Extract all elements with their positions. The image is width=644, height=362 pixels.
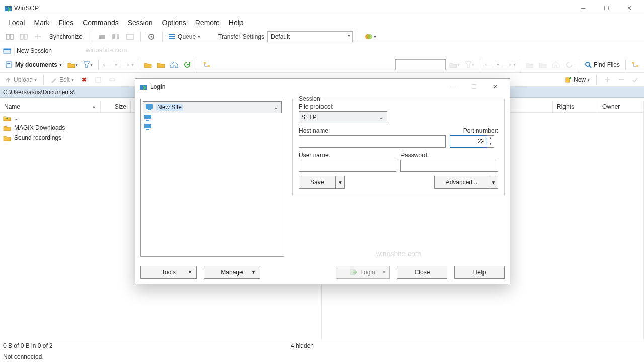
- queue-button[interactable]: Queue ▾: [168, 33, 200, 40]
- login-button[interactable]: Login: [336, 266, 390, 279]
- remote-forward-icon[interactable]: ⟶: [501, 61, 511, 69]
- password-input[interactable]: [400, 160, 498, 172]
- port-label: Port number:: [450, 127, 498, 134]
- port-input[interactable]: [450, 135, 487, 148]
- remote-open-folder-icon[interactable]: ▾: [448, 59, 461, 70]
- back-icon[interactable]: ⟵: [103, 61, 113, 69]
- delete-icon[interactable]: ✖: [78, 74, 90, 85]
- preferences-icon[interactable]: [146, 31, 157, 42]
- sync-both-icon[interactable]: [18, 31, 29, 42]
- svg-rect-32: [148, 109, 151, 110]
- remote-tree-icon[interactable]: [630, 59, 641, 70]
- maximize-icon[interactable]: ☐: [595, 1, 618, 16]
- filter-icon[interactable]: ▾: [82, 59, 94, 70]
- remote-drive-selector[interactable]: [395, 59, 446, 70]
- menu-help[interactable]: Help: [226, 18, 247, 28]
- sync-left-icon[interactable]: [4, 31, 15, 42]
- host-label: Host name:: [299, 127, 446, 134]
- local-drive-selector[interactable]: My documents ▾: [3, 59, 64, 70]
- statusbar-bottom: Not connected.: [0, 351, 644, 362]
- svg-rect-34: [146, 120, 149, 121]
- user-input[interactable]: [299, 160, 396, 172]
- file-protocol-select[interactable]: SFTP: [299, 111, 387, 123]
- close-button[interactable]: Close: [397, 266, 447, 279]
- find-files-button[interactable]: Find Files: [583, 59, 621, 70]
- col-size[interactable]: Size: [101, 101, 131, 112]
- save-dropdown-icon[interactable]: ▼: [335, 176, 344, 188]
- help-button[interactable]: Help: [454, 266, 505, 279]
- new-icon: [565, 76, 572, 83]
- transfer-settings-select[interactable]: Default: [267, 31, 353, 42]
- tools-button[interactable]: Tools: [140, 266, 197, 279]
- tree-site-1[interactable]: [143, 113, 282, 122]
- advanced-dropdown-icon[interactable]: ▼: [489, 176, 498, 188]
- compare-icon[interactable]: [110, 31, 121, 42]
- remote-back-icon[interactable]: ⟵: [485, 61, 495, 69]
- remote-root-icon[interactable]: [537, 59, 548, 70]
- menu-options[interactable]: Options: [159, 18, 189, 28]
- open-folder-icon[interactable]: ▾: [66, 59, 79, 70]
- remote-home-icon[interactable]: [550, 59, 561, 70]
- menu-local[interactable]: Local: [5, 18, 28, 28]
- find-icon: [585, 61, 592, 68]
- dialog-minimize-icon[interactable]: ─: [442, 80, 463, 94]
- rename-icon[interactable]: [107, 74, 118, 85]
- svg-rect-9: [126, 34, 133, 39]
- advanced-button[interactable]: Advanced... ▼: [434, 176, 498, 189]
- session-groupbox: Session File protocol: SFTP Host name: P…: [292, 99, 505, 196]
- svg-rect-4: [20, 34, 23, 39]
- dialog-title-text: Login: [150, 83, 165, 90]
- file-name: Sound recordings: [14, 134, 61, 141]
- host-input[interactable]: [299, 135, 446, 148]
- upload-button[interactable]: Upload ▾: [3, 74, 38, 85]
- remote-refresh-icon[interactable]: [564, 59, 575, 70]
- port-spinner[interactable]: ▲▼: [487, 135, 494, 148]
- plus-icon[interactable]: [602, 74, 613, 85]
- check-icon[interactable]: [630, 74, 641, 85]
- menu-remote[interactable]: Remote: [192, 18, 223, 28]
- edit-button[interactable]: Edit ▾: [49, 74, 75, 85]
- col-owner[interactable]: Owner: [598, 101, 643, 112]
- tree-site-2[interactable]: [143, 122, 282, 131]
- login-label: Login: [360, 269, 375, 276]
- site-tree[interactable]: New Site: [140, 99, 284, 257]
- save-button[interactable]: Save ▼: [299, 176, 345, 189]
- dialog-maximize-icon[interactable]: ☐: [463, 80, 485, 94]
- session-tab-new[interactable]: New Session: [14, 46, 57, 55]
- user-label: User name:: [299, 152, 396, 159]
- properties-icon[interactable]: [93, 74, 104, 85]
- remote-parent-icon[interactable]: [524, 59, 535, 70]
- remote-filter-icon[interactable]: ▾: [463, 59, 476, 70]
- menu-commands[interactable]: Commands: [79, 18, 122, 28]
- menu-session[interactable]: Session: [125, 18, 156, 28]
- minimize-icon[interactable]: ─: [572, 1, 595, 16]
- session-color-icon[interactable]: ▾: [363, 31, 378, 42]
- parent-folder-icon[interactable]: [142, 59, 153, 70]
- forward-icon[interactable]: ⟶: [119, 61, 129, 69]
- menu-mark[interactable]: Mark: [31, 18, 52, 28]
- home-folder-icon[interactable]: [169, 59, 180, 70]
- sync-browse-icon[interactable]: [32, 31, 43, 42]
- tree-icon[interactable]: [201, 59, 212, 70]
- save-label: Save: [299, 176, 335, 188]
- minus-icon[interactable]: [616, 74, 627, 85]
- new-button[interactable]: New ▾: [563, 74, 591, 85]
- close-icon[interactable]: ✕: [618, 1, 641, 16]
- svg-rect-20: [7, 63, 10, 64]
- refresh-icon[interactable]: [182, 59, 193, 70]
- svg-rect-29: [566, 78, 570, 82]
- dialog-close-icon[interactable]: ✕: [485, 80, 506, 94]
- monitor-icon: [144, 123, 152, 130]
- svg-rect-35: [144, 124, 151, 128]
- synchronize-button[interactable]: Synchronize: [46, 31, 86, 42]
- menu-files[interactable]: Files: [56, 18, 77, 28]
- tree-new-site[interactable]: New Site: [143, 101, 282, 113]
- col-rights[interactable]: Rights: [553, 101, 598, 112]
- manage-button[interactable]: Manage: [204, 266, 260, 279]
- console-icon[interactable]: [124, 31, 135, 42]
- svg-rect-13: [169, 36, 175, 37]
- file-name: ..: [14, 114, 18, 121]
- col-name[interactable]: Name▲: [0, 101, 101, 112]
- remote-icon[interactable]: [96, 31, 107, 42]
- root-folder-icon[interactable]: [155, 59, 167, 70]
